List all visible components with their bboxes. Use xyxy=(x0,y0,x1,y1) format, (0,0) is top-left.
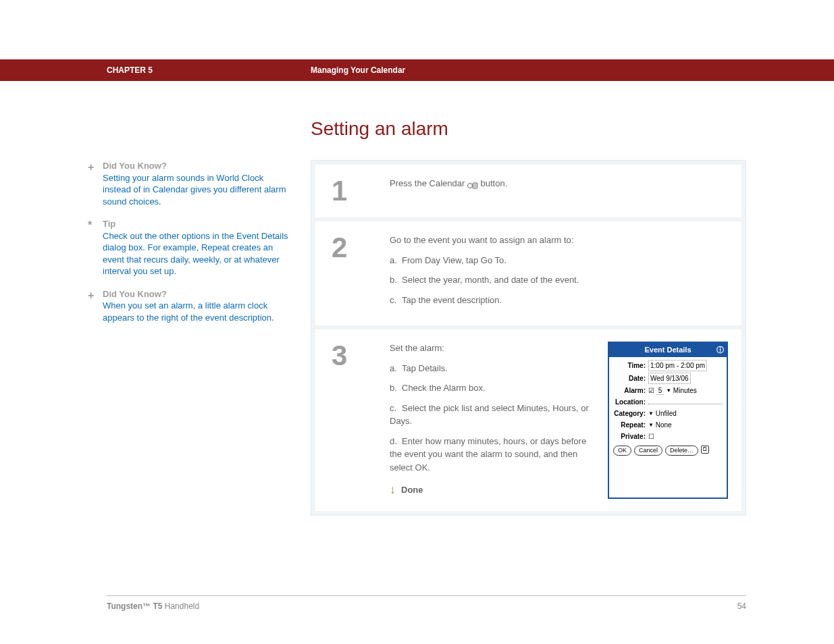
list-item: b.Select the year, month, and date of th… xyxy=(390,273,728,287)
list-item: c.Select the pick list and select Minute… xyxy=(390,402,594,428)
private-checkbox[interactable]: ☐ xyxy=(648,433,654,440)
info-icon[interactable]: ⓘ xyxy=(716,344,724,356)
alarm-checkbox[interactable]: ☑ xyxy=(648,387,654,394)
header-subtitle: Managing Your Calendar xyxy=(311,65,405,75)
done-row: ↓ Done xyxy=(390,481,594,499)
step3-item-d: Enter how many minutes, hours, or days b… xyxy=(390,436,586,473)
plus-icon: + xyxy=(88,160,103,207)
ok-button[interactable]: OK xyxy=(613,446,631,456)
step2-item-a: From Day View, tap Go To. xyxy=(402,255,506,265)
done-label: Done xyxy=(401,483,423,497)
delete-button[interactable]: Delete… xyxy=(665,446,698,456)
time-value[interactable]: 1:00 pm - 2:00 pm xyxy=(648,360,707,371)
page-number: 54 xyxy=(737,601,746,611)
step2-item-c: Tap the event description. xyxy=(402,295,502,305)
content: Setting an alarm + Did You Know? Setting… xyxy=(88,118,746,516)
event-details-dialog: Event Details ⓘ Time: 1:00 pm - 2:00 pm xyxy=(608,342,728,499)
dialog-title: Event Details xyxy=(644,346,691,354)
product-name: Tungsten™ T5 Handheld xyxy=(107,601,199,611)
step-body: Set the alarm: a.Tap Details. b.Check th… xyxy=(390,342,741,499)
list-item: c.Tap the event description. xyxy=(390,294,728,307)
private-label: Private: xyxy=(613,431,648,441)
cancel-button[interactable]: Cancel xyxy=(634,446,662,456)
header-bar: CHAPTER 5 Managing Your Calendar xyxy=(0,59,834,81)
location-label: Location: xyxy=(613,397,648,407)
category-value[interactable]: Unfiled xyxy=(656,410,677,417)
sidebar-body[interactable]: When you set an alarm, a little alarm cl… xyxy=(103,300,290,323)
list-item: a.From Day View, tap Go To. xyxy=(390,254,728,267)
sidebar-did-you-know-1: + Did You Know? Setting your alarm sound… xyxy=(88,160,290,207)
product-rest: Handheld xyxy=(165,601,199,611)
main: 1 Press the Calendar button. 2 Go to the… xyxy=(311,160,746,516)
date-label: Date: xyxy=(613,373,648,383)
list-item: b.Check the Alarm box. xyxy=(390,381,594,395)
calendar-icon xyxy=(467,180,478,188)
step-3: 3 Set the alarm: a.Tap Details. b.Check … xyxy=(315,329,741,511)
dialog-titlebar: Event Details ⓘ xyxy=(609,343,727,357)
step-number: 1 xyxy=(315,177,390,205)
sidebar-body[interactable]: Setting your alarm sounds in World Clock… xyxy=(103,172,290,208)
step-number: 2 xyxy=(315,234,390,313)
dropdown-icon[interactable]: ▼ xyxy=(666,387,671,394)
footer: Tungsten™ T5 Handheld 54 xyxy=(107,595,746,611)
alarm-label: Alarm: xyxy=(613,385,648,396)
list-item: d.Enter how many minutes, hours, or days… xyxy=(390,435,594,475)
note-icon[interactable]: 🗒 xyxy=(701,446,709,454)
list-item: a.Tap Details. xyxy=(390,362,594,375)
alarm-unit[interactable]: Minutes xyxy=(673,387,697,394)
dropdown-icon[interactable]: ▼ xyxy=(648,422,654,428)
sidebar: + Did You Know? Setting your alarm sound… xyxy=(88,160,290,516)
dialog-body: Time: 1:00 pm - 2:00 pm Date: Wed 9/13/0… xyxy=(609,357,727,459)
sidebar-body[interactable]: Check out the other options in the Event… xyxy=(103,230,290,277)
time-label: Time: xyxy=(613,360,648,371)
location-field[interactable] xyxy=(648,398,723,404)
step-body: Press the Calendar button. xyxy=(390,177,741,205)
repeat-label: Repeat: xyxy=(613,420,648,430)
sidebar-heading: Did You Know? xyxy=(103,160,290,172)
step2-intro: Go to the event you want to assign an al… xyxy=(390,234,728,247)
sidebar-did-you-know-2: + Did You Know? When you set an alarm, a… xyxy=(88,288,290,324)
category-label: Category: xyxy=(613,408,648,419)
step3-intro: Set the alarm: xyxy=(390,342,594,355)
repeat-value[interactable]: None xyxy=(656,421,672,429)
chapter-label: CHAPTER 5 xyxy=(107,65,153,75)
dropdown-icon[interactable]: ▼ xyxy=(648,410,654,417)
date-value[interactable]: Wed 9/13/06 xyxy=(648,373,691,384)
step1-text-pre: Press the Calendar xyxy=(390,178,467,188)
steps-container: 1 Press the Calendar button. 2 Go to the… xyxy=(311,160,746,516)
step3-item-a: Tap Details. xyxy=(402,363,448,373)
step-1: 1 Press the Calendar button. xyxy=(315,165,741,217)
step-2: 2 Go to the event you want to assign an … xyxy=(315,221,741,325)
svg-point-0 xyxy=(467,183,472,188)
alarm-number[interactable]: 5 xyxy=(656,387,664,395)
product-bold: Tungsten™ T5 xyxy=(107,601,165,611)
asterisk-icon: * xyxy=(88,218,103,277)
layout: + Did You Know? Setting your alarm sound… xyxy=(88,160,746,516)
done-arrow-icon: ↓ xyxy=(390,481,396,499)
step1-text-post: button. xyxy=(481,178,508,188)
page-title: Setting an alarm xyxy=(311,118,746,140)
step3-item-b: Check the Alarm box. xyxy=(402,383,486,393)
sidebar-tip: * Tip Check out the other options in the… xyxy=(88,218,290,277)
plus-icon: + xyxy=(88,288,103,324)
step-body: Go to the event you want to assign an al… xyxy=(390,234,741,313)
sidebar-heading: Did You Know? xyxy=(103,288,290,300)
step2-item-b: Select the year, month, and date of the … xyxy=(402,275,579,285)
step-number: 3 xyxy=(315,342,390,499)
sidebar-heading: Tip xyxy=(103,218,290,230)
step3-item-c: Select the pick list and select Minutes,… xyxy=(390,403,589,427)
